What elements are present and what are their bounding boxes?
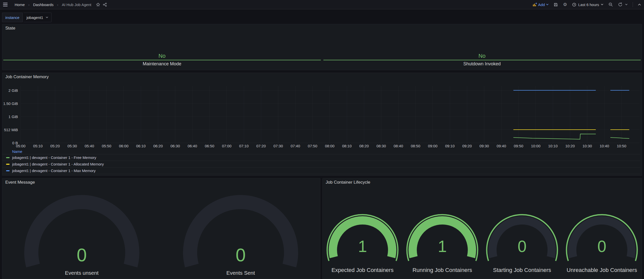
refresh-icon[interactable] [618, 2, 623, 7]
gauge-value: 0 [2, 245, 161, 265]
clock-icon [572, 3, 576, 7]
breadcrumb-dashboards[interactable]: Dashboards [33, 3, 54, 7]
panel-lifecycle-title[interactable]: Job Container Lifecycle [326, 180, 370, 185]
top-nav-bar: Home › Dashboards › AI Hub Job Agent Add [0, 0, 644, 9]
gauge-label: Events Sent [161, 270, 320, 276]
stat-underline [3, 60, 321, 60]
gauge-value: 1 [323, 238, 402, 255]
variable-instance-value-dropdown[interactable]: jobagent1 [23, 13, 51, 22]
variable-instance-value: jobagent1 [27, 15, 43, 20]
add-panel-button[interactable]: Add [533, 3, 549, 7]
gauge-label: Expected Job Containers [323, 267, 402, 273]
breadcrumb-current: AI Hub Job Agent [62, 3, 91, 7]
state-stats: NoMaintenance ModeNoShutdown Invoked [3, 32, 641, 70]
panel-state: State NoMaintenance ModeNoShutdown Invok… [2, 24, 642, 70]
panel-event-message: Event Message 0Events unsent0Events Sent [2, 178, 320, 279]
panel-state-title[interactable]: State [5, 26, 15, 31]
zoom-out-icon[interactable] [608, 2, 613, 7]
mini-bar-chart-plus-icon [533, 3, 537, 7]
gauge-label: Events unsent [2, 270, 161, 276]
gauge: 1Running Job Containers [402, 178, 482, 279]
save-dashboard-icon[interactable] [554, 3, 558, 7]
time-range-picker[interactable]: Last 6 hours [572, 3, 603, 7]
gauge: 0Events unsent [2, 178, 161, 279]
stat-value: No [159, 53, 166, 59]
state-stat: NoMaintenance Mode [3, 32, 321, 70]
breadcrumb-separator: › [57, 3, 58, 7]
breadcrumb-separator: › [28, 3, 30, 7]
stat-value: No [478, 53, 485, 59]
gauge-value: 0 [482, 238, 562, 255]
grafana-dashboard: Home › Dashboards › AI Hub Job Agent Add [0, 0, 644, 279]
gauge-label: Running Job Containers [402, 267, 482, 273]
gauge-arc [404, 178, 480, 279]
stat-label: Shutdown Invoked [463, 61, 501, 67]
share-icon[interactable] [103, 3, 107, 7]
chevron-down-icon [546, 4, 549, 6]
legend-series-color-dash [6, 164, 10, 165]
legend-series-label: jobagent1 | devagent - Container 1 - Fre… [12, 155, 96, 160]
favorite-star-icon[interactable] [96, 3, 100, 7]
hamburger-menu-icon[interactable] [3, 3, 8, 6]
gauge: 0Unreachable Job Containers [562, 178, 642, 279]
panel-memory-title[interactable]: Job Container Memory [5, 74, 49, 79]
collapse-toolbar-icon[interactable] [638, 4, 641, 6]
gauge: 0Starting Job Containers [482, 178, 562, 279]
dashboard-variables: instance jobagent1 [2, 13, 51, 22]
panel-job-container-memory: Job Container Memory 2 GiB1.50 GiB1 GiB5… [2, 73, 642, 176]
chevron-down-icon [601, 4, 603, 6]
lifecycle-gauges: 1Expected Job Containers1Running Job Con… [323, 178, 642, 279]
nav-divider [633, 2, 633, 7]
add-label: Add [538, 3, 545, 7]
memory-legend-table: Name jobagent1 | devagent - Container 1 … [2, 149, 640, 174]
legend-series-label: jobagent1 | devagent - Container 1 - All… [12, 162, 104, 166]
legend-series-label: jobagent1 | devagent - Container 1 - Max… [12, 169, 96, 173]
legend-header-name[interactable]: Name [2, 149, 640, 154]
dashboard-settings-icon[interactable]: ⚙ [563, 3, 567, 7]
legend-row[interactable]: jobagent1 | devagent - Container 1 - All… [2, 161, 640, 167]
variable-instance-label[interactable]: instance [2, 13, 23, 22]
gauge-value: 0 [161, 245, 320, 265]
gauge-arc [325, 178, 400, 279]
legend-series-color-dash [6, 170, 10, 171]
event-message-gauges: 0Events unsent0Events Sent [2, 178, 320, 279]
gauge-value: 0 [562, 238, 642, 255]
time-range-label: Last 6 hours [578, 3, 599, 7]
gauge-label: Unreachable Job Containers [562, 267, 642, 273]
legend-row[interactable]: jobagent1 | devagent - Container 1 - Max… [2, 167, 640, 174]
chevron-down-icon [46, 16, 48, 18]
breadcrumb-home[interactable]: Home [15, 3, 25, 7]
legend-series-color-dash [6, 157, 10, 158]
gauge-value: 1 [402, 238, 482, 255]
state-stat: NoShutdown Invoked [323, 32, 641, 70]
gauge: 1Expected Job Containers [323, 178, 402, 279]
refresh-interval-chevron-icon[interactable] [625, 4, 628, 6]
memory-timeseries-plot[interactable] [2, 73, 642, 150]
gauge: 0Events Sent [161, 178, 320, 279]
panel-job-container-lifecycle: Job Container Lifecycle 1Expected Job Co… [322, 178, 642, 279]
stat-label: Maintenance Mode [143, 61, 181, 67]
gauge-arc [564, 178, 640, 279]
panel-events-title[interactable]: Event Message [5, 180, 35, 185]
legend-row[interactable]: jobagent1 | devagent - Container 1 - Fre… [2, 154, 640, 161]
gauge-arc [484, 178, 560, 279]
stat-underline [323, 60, 641, 60]
gauge-label: Starting Job Containers [482, 267, 562, 273]
